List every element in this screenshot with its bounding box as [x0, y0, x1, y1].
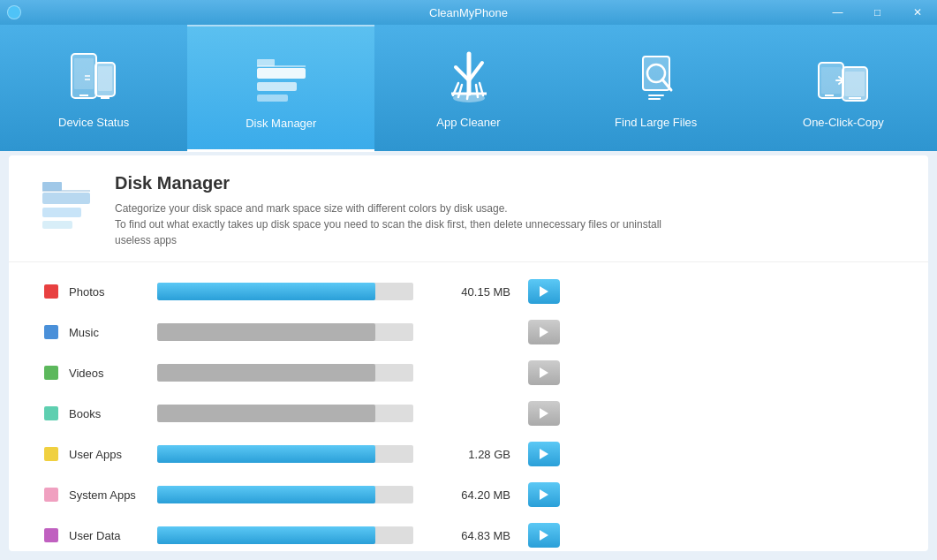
tab-device-status-label: Device Status — [58, 116, 129, 129]
tab-disk-manager-label: Disk Manager — [246, 117, 316, 130]
disk-color-books — [44, 406, 58, 420]
disk-color-user-data — [44, 528, 58, 542]
disk-bar-container-music — [157, 323, 413, 341]
svg-rect-1 — [74, 58, 94, 89]
disk-item-system-apps: System Apps 64.20 MB — [44, 479, 893, 511]
disk-bar-container-system-apps — [157, 486, 413, 503]
disk-arrow-btn-system-apps[interactable] — [528, 482, 560, 507]
disk-item-photos: Photos 40.15 MB — [44, 276, 893, 307]
disk-name-photos: Photos — [69, 285, 157, 299]
app-icon — [7, 5, 21, 19]
app-title: CleanMyPhone — [429, 6, 508, 19]
disk-bar-user-data — [157, 526, 375, 544]
disk-bar-books — [157, 405, 375, 422]
minimize-button[interactable]: — — [818, 0, 858, 25]
disk-color-videos — [44, 366, 58, 380]
disk-item-books: Books — [44, 397, 893, 429]
svg-rect-36 — [42, 221, 72, 229]
tab-app-cleaner[interactable]: App Cleaner — [374, 25, 562, 151]
disk-bar-music — [157, 323, 375, 341]
svg-rect-32 — [845, 72, 865, 96]
disk-arrow-btn-books — [528, 401, 560, 426]
disk-manager-header-icon — [35, 173, 97, 235]
disk-item-music: Music — [44, 316, 893, 348]
svg-rect-35 — [42, 208, 81, 217]
disk-name-user-data: User Data — [69, 529, 157, 542]
disk-size-photos: 40.15 MB — [431, 285, 510, 299]
window-controls: — □ ✕ — [818, 0, 937, 25]
content-description-2: To find out what exactly takes up disk s… — [115, 216, 661, 232]
disk-bar-container-books — [157, 405, 413, 422]
arrow-icon-system-apps — [540, 489, 548, 500]
content-header: Disk Manager Categorize your disk space … — [9, 155, 928, 262]
disk-size-user-data: 64.83 MB — [431, 529, 510, 542]
disk-item-user-data: User Data 64.83 MB — [44, 519, 893, 551]
svg-rect-8 — [257, 68, 306, 79]
disk-color-music — [44, 325, 58, 339]
disk-bar-photos — [157, 283, 375, 300]
close-button[interactable]: ✕ — [897, 0, 937, 25]
disk-item-user-apps: User Apps 1.28 GB — [44, 438, 893, 470]
tab-disk-manager[interactable]: Disk Manager — [187, 25, 374, 151]
arrow-icon-photos — [540, 286, 548, 297]
title-bar: CleanMyPhone — □ ✕ — [0, 0, 937, 25]
content-description-1: Categorize your disk space and mark spac… — [115, 201, 661, 216]
disk-arrow-btn-user-data[interactable] — [528, 523, 560, 548]
one-click-copy-icon — [812, 47, 874, 109]
header-text: Disk Manager Categorize your disk space … — [115, 173, 661, 248]
tab-device-status[interactable]: Device Status — [0, 25, 187, 151]
svg-rect-11 — [257, 59, 275, 66]
disk-items-list: Photos 40.15 MB Music Videos Books — [9, 262, 928, 551]
disk-name-videos: Videos — [69, 367, 157, 380]
disk-arrow-btn-music — [528, 320, 560, 344]
disk-size-user-apps: 1.28 GB — [431, 448, 510, 461]
disk-bar-user-apps — [157, 445, 375, 463]
disk-item-videos: Videos — [44, 357, 893, 389]
disk-bar-container-user-apps — [157, 445, 413, 463]
svg-rect-10 — [257, 95, 288, 102]
svg-rect-4 — [98, 66, 112, 91]
disk-size-system-apps: 64.20 MB — [431, 488, 510, 502]
disk-name-user-apps: User Apps — [69, 448, 157, 461]
arrow-icon-music — [540, 327, 548, 337]
tab-one-click-copy-label: One-Click-Copy — [803, 116, 884, 129]
disk-bar-system-apps — [157, 486, 375, 503]
find-large-files-icon — [625, 47, 687, 109]
disk-name-music: Music — [69, 326, 157, 339]
tab-one-click-copy[interactable]: One-Click-Copy — [750, 25, 937, 151]
svg-rect-37 — [42, 182, 62, 191]
disk-arrow-btn-photos[interactable] — [528, 279, 560, 304]
content-title: Disk Manager — [115, 173, 661, 193]
tab-find-large-files[interactable]: Find Large Files — [563, 25, 750, 151]
main-content: Disk Manager Categorize your disk space … — [9, 155, 928, 551]
content-description-3: useless apps — [115, 232, 661, 248]
svg-rect-9 — [257, 82, 297, 91]
disk-color-user-apps — [44, 447, 58, 461]
disk-bar-container-photos — [157, 283, 413, 300]
maximize-button[interactable]: □ — [858, 0, 897, 25]
navigation-bar: Device Status Disk Manager — [0, 25, 937, 151]
disk-bar-container-videos — [157, 364, 413, 382]
arrow-icon-user-data — [540, 530, 548, 541]
disk-bar-videos — [157, 364, 375, 382]
arrow-icon-books — [540, 408, 548, 419]
app-cleaner-icon — [438, 47, 500, 109]
tab-app-cleaner-label: App Cleaner — [436, 116, 500, 129]
disk-color-photos — [44, 284, 58, 299]
svg-rect-34 — [42, 193, 90, 204]
disk-name-system-apps: System Apps — [69, 488, 157, 502]
disk-arrow-btn-videos — [528, 360, 560, 385]
arrow-icon-user-apps — [540, 449, 548, 459]
device-status-icon — [63, 47, 125, 109]
disk-color-system-apps — [44, 488, 58, 502]
disk-bar-container-user-data — [157, 526, 413, 544]
disk-name-books: Books — [69, 407, 157, 420]
tab-find-large-files-label: Find Large Files — [615, 116, 697, 129]
disk-arrow-btn-user-apps[interactable] — [528, 442, 560, 466]
arrow-icon-videos — [540, 367, 548, 378]
disk-manager-icon — [250, 48, 312, 110]
